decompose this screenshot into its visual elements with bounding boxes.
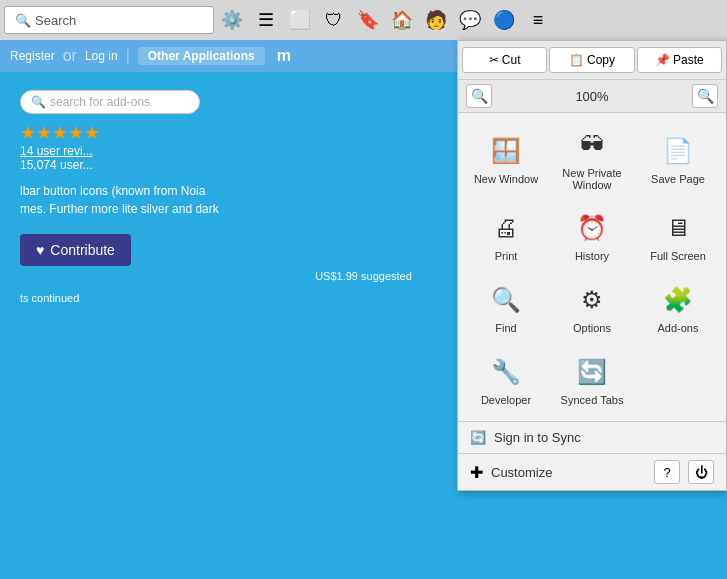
zoom-value: 100% — [498, 89, 686, 104]
bookmark-icon[interactable]: 🔖 — [352, 4, 384, 36]
menu-item-add-ons[interactable]: 🧩 Add-ons — [636, 273, 720, 343]
pocket-icon[interactable]: 🔵 — [488, 4, 520, 36]
gear-icon[interactable]: ⚙️ — [216, 4, 248, 36]
menu-item-new-private-window[interactable]: 🕶 New Private Window — [550, 119, 634, 199]
options-label: Options — [573, 322, 611, 334]
search-input-label: Search — [35, 13, 76, 28]
question-icon: ? — [663, 465, 670, 480]
register-link[interactable]: Register — [10, 49, 55, 63]
menu-item-synced-tabs[interactable]: 🔄 Synced Tabs — [550, 345, 634, 415]
new-window-icon: 🪟 — [488, 133, 524, 169]
find-label: Find — [495, 322, 516, 334]
menu-item-full-screen[interactable]: 🖥 Full Screen — [636, 201, 720, 271]
menu-item-history[interactable]: ⏰ History — [550, 201, 634, 271]
history-label: History — [575, 250, 609, 262]
search-bar[interactable]: 🔍 Search — [4, 6, 214, 34]
search-addons-bar[interactable]: 🔍 search for add-ons — [20, 90, 200, 114]
full-screen-label: Full Screen — [650, 250, 706, 262]
zoom-out-icon: 🔍 — [471, 88, 488, 104]
developer-icon: 🔧 — [488, 354, 524, 390]
power-icon: ⏻ — [695, 465, 708, 480]
nav-divider: | — [126, 47, 130, 65]
new-private-window-label: New Private Window — [554, 167, 630, 191]
zoom-in-button[interactable]: 🔍 — [692, 84, 718, 108]
paste-icon: 📌 — [655, 53, 670, 67]
plus-icon: ✚ — [470, 463, 483, 482]
customize-row: ✚ Customize ? ⏻ — [458, 454, 726, 490]
save-page-icon: 📄 — [660, 133, 696, 169]
menu-item-save-page[interactable]: 📄 Save Page — [636, 119, 720, 199]
add-ons-icon: 🧩 — [660, 282, 696, 318]
print-icon: 🖨 — [488, 210, 524, 246]
edit-row: ✂ Cut 📋 Copy 📌 Paste — [458, 41, 726, 80]
new-private-window-icon: 🕶 — [574, 127, 610, 163]
save-page-label: Save Page — [651, 173, 705, 185]
heart-icon: ♥ — [36, 242, 44, 258]
sign-in-row[interactable]: 🔄 Sign in to Sync — [458, 422, 726, 454]
menu-item-developer[interactable]: 🔧 Developer — [464, 345, 548, 415]
menu-item-new-window[interactable]: 🪟 New Window — [464, 119, 548, 199]
search-icon: 🔍 — [15, 13, 31, 28]
print-label: Print — [495, 250, 518, 262]
find-icon: 🔍 — [488, 282, 524, 318]
chat-icon[interactable]: 💬 — [454, 4, 486, 36]
add-ons-label: Add-ons — [658, 322, 699, 334]
shield-icon[interactable]: 🛡 — [318, 4, 350, 36]
list-icon[interactable]: ☰ — [250, 4, 282, 36]
developer-label: Developer — [481, 394, 531, 406]
nav-separator: or — [63, 47, 77, 65]
window-icon[interactable]: ⬜ — [284, 4, 316, 36]
person-icon[interactable]: 🧑 — [420, 4, 452, 36]
zoom-out-button[interactable]: 🔍 — [466, 84, 492, 108]
menu-item-find[interactable]: 🔍 Find — [464, 273, 548, 343]
synced-tabs-icon: 🔄 — [574, 354, 610, 390]
search-addons-icon: 🔍 — [31, 95, 46, 109]
menu-bottom: 🔄 Sign in to Sync ✚ Customize ? ⏻ — [458, 422, 726, 490]
full-screen-icon: 🖥 — [660, 210, 696, 246]
power-button[interactable]: ⏻ — [688, 460, 714, 484]
search-addons-placeholder: search for add-ons — [50, 95, 150, 109]
menu-item-options[interactable]: ⚙ Options — [550, 273, 634, 343]
zoom-row: 🔍 100% 🔍 — [458, 80, 726, 113]
cut-button[interactable]: ✂ Cut — [462, 47, 547, 73]
contribute-button[interactable]: ♥ Contribute — [20, 234, 131, 266]
synced-tabs-label: Synced Tabs — [561, 394, 624, 406]
house-icon[interactable]: 🏠 — [386, 4, 418, 36]
help-button[interactable]: ? — [654, 460, 680, 484]
login-link[interactable]: Log in — [85, 49, 118, 63]
toolbar: 🔍 Search ⚙️ ☰ ⬜ 🛡 🔖 🏠 🧑 💬 🔵 ≡ — [0, 0, 727, 40]
sign-in-label: Sign in to Sync — [494, 430, 581, 445]
options-icon: ⚙ — [574, 282, 610, 318]
menu-grid: 🪟 New Window 🕶 New Private Window 📄 Save… — [458, 113, 726, 422]
zoom-in-icon: 🔍 — [697, 88, 714, 104]
new-window-label: New Window — [474, 173, 538, 185]
copy-icon: 📋 — [569, 53, 584, 67]
copy-button[interactable]: 📋 Copy — [549, 47, 634, 73]
site-letter: m — [277, 47, 291, 65]
other-apps-label[interactable]: Other Applications — [138, 47, 265, 65]
firefox-menu: ✂ Cut 📋 Copy 📌 Paste 🔍 100% 🔍 🪟 New Wind… — [457, 40, 727, 491]
menu-item-print[interactable]: 🖨 Print — [464, 201, 548, 271]
cut-icon: ✂ — [489, 53, 499, 67]
sync-icon: 🔄 — [470, 430, 486, 445]
customize-label[interactable]: Customize — [491, 465, 646, 480]
paste-button[interactable]: 📌 Paste — [637, 47, 722, 73]
history-icon: ⏰ — [574, 210, 610, 246]
hamburger-menu-icon[interactable]: ≡ — [522, 4, 554, 36]
